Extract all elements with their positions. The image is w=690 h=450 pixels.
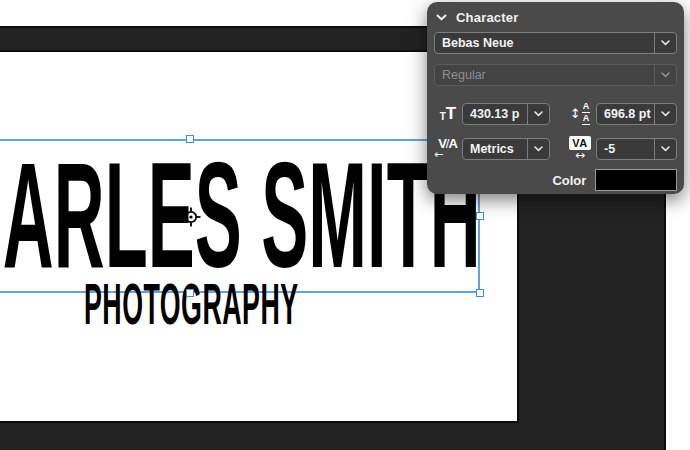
chevron-down-icon[interactable] [654,33,676,53]
leading-icon[interactable]: ↕ AA [564,102,596,125]
color-swatch[interactable] [595,169,677,191]
selection-handle-middle-right[interactable] [476,212,484,220]
font-style-value: Regular [435,68,654,82]
character-panel: Character Bebas Neue Regular TT 430.13 p [427,2,684,194]
kerning-icon[interactable]: V/A ← [434,137,462,160]
tracking-icon[interactable]: VA ↔ [564,136,596,161]
canvas-subtitle-text[interactable]: PHOTOGRAPHY [84,276,299,333]
font-size-field[interactable]: 430.13 p [462,103,550,125]
chevron-down-icon[interactable] [654,139,676,159]
kerning-field[interactable]: Metrics [462,138,550,160]
font-style-select[interactable]: Regular [434,64,677,86]
leading-field[interactable]: 696.8 pt [596,103,677,125]
panel-title: Character [456,10,519,25]
color-label: Color [434,173,595,188]
kerning-value: Metrics [463,142,527,156]
font-size-value: 430.13 p [463,107,527,121]
panel-header: Character [427,2,684,29]
font-size-icon[interactable]: TT [434,105,462,122]
chevron-down-icon[interactable] [527,139,549,159]
canvas-title-text[interactable]: CHARLES SMITH [0,140,481,290]
chevron-down-icon[interactable] [654,104,676,124]
tracking-field[interactable]: -5 [596,138,677,160]
font-family-value: Bebas Neue [435,36,654,50]
selection-handle-bottom-right[interactable] [476,289,484,297]
tracking-value: -5 [597,142,654,156]
chevron-down-icon [654,65,676,85]
font-family-select[interactable]: Bebas Neue [434,32,677,54]
leading-value: 696.8 pt [597,107,654,121]
selection-handle-top-center[interactable] [186,135,194,143]
chevron-down-icon[interactable] [527,104,549,124]
panel-collapse-chevron-icon[interactable] [436,14,447,21]
reference-point-icon[interactable] [178,204,204,230]
selection-handle-bottom-center[interactable] [186,289,194,297]
